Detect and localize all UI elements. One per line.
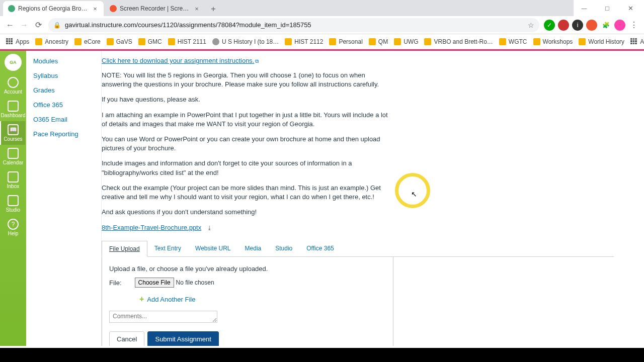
add-file-label: Add Another File [147,296,195,303]
submission-box: Upload a file, or choose a file you've a… [102,257,393,346]
tab-website-url[interactable]: Website URL [188,241,237,256]
no-file-text: No file chosen [176,279,214,286]
forward-button[interactable]: → [17,18,31,32]
bookmark-label: U S History I (to 18… [222,38,279,45]
submit-assignment-button[interactable]: Submit Assignment [147,331,218,346]
bookmark-item[interactable]: GMC [135,38,165,45]
course-nav-pace[interactable]: Pace Reporting [26,127,101,141]
download-instructions-link[interactable]: Click here to download your assignment i… [102,57,254,64]
instructions-paragraph: Check out the example (Your project can … [102,184,393,202]
bookmark-label: eCore [84,38,101,45]
window-minimize-button[interactable] [573,0,596,16]
back-button[interactable]: ← [3,18,17,32]
account-icon [8,77,19,88]
tab-close-icon[interactable]: × [193,5,200,12]
nav-studio[interactable]: Studio [1,192,25,216]
browser-tab-inactive[interactable]: Screen Recorder | Screencast-O × [105,1,205,16]
apps-grid-icon [630,38,637,45]
bookmark-item[interactable]: U S History I (to 18… [209,38,282,45]
bookmark-item[interactable]: HIST 2111 [165,38,209,45]
tab-close-icon[interactable]: × [92,5,99,12]
extension-icon[interactable] [558,20,569,31]
nav-calendar[interactable]: Calendar [1,145,25,168]
comments-textarea[interactable] [109,311,217,323]
bookmark-item[interactable]: Apps [627,38,644,45]
institution-logo[interactable]: GA [5,54,22,71]
bookmark-item[interactable]: QM [366,38,391,45]
window-maximize-button[interactable] [596,0,619,16]
bookmark-label: HIST 2111 [178,38,206,45]
bookmark-label: UWG [404,38,418,45]
bookmark-star-icon[interactable]: ☆ [528,21,534,29]
help-icon: ? [8,219,19,230]
bookmark-item[interactable]: Personal [326,38,365,45]
bookmark-item[interactable]: Ancestry [32,38,71,45]
bookmark-item[interactable]: GaVS [104,38,135,45]
assignment-content: Click here to download your assignment i… [102,51,644,346]
nav-account[interactable]: Account [1,74,25,98]
course-nav: Modules Syllabus Grades Office 365 O365 … [26,51,102,346]
extension-icon[interactable] [586,20,597,31]
global-nav: GA Account Dashboard 📖Courses Calendar I… [0,51,26,346]
bookmark-item[interactable]: WGTC [496,38,530,45]
tab-favicon-icon [110,5,117,12]
window-close-button[interactable] [619,0,642,16]
tab-media[interactable]: Media [238,241,269,256]
bookmark-item[interactable]: World History [576,38,627,45]
tab-file-upload[interactable]: File Upload [102,241,147,257]
profile-avatar[interactable] [614,20,625,31]
nav-inbox[interactable]: Inbox [1,168,25,192]
apps-grid-icon [6,38,13,45]
nav-dashboard[interactable]: Dashboard [1,98,25,121]
bookmark-label: HIST 2112 [294,38,323,45]
browser-tab-active[interactable]: Regions of Georgia Brochure As × [3,1,104,16]
external-link-icon: ⧉ [255,58,259,64]
address-bar-row: ← → ⟳ 🔒 gavirtual.instructure.com/course… [0,16,644,34]
bookmark-label: Workshops [543,38,573,45]
tab-favicon-icon [8,5,15,12]
extension-icon[interactable]: ✓ [544,20,555,31]
course-nav-grades[interactable]: Grades [26,83,101,98]
tab-studio[interactable]: Studio [268,241,299,256]
bookmark-item[interactable]: Workshops [530,38,576,45]
extensions-menu-icon[interactable]: 🧩 [600,20,611,31]
calendar-icon [8,148,19,159]
tab-text-entry[interactable]: Text Entry [147,241,188,256]
nav-help[interactable]: ?Help [1,216,25,239]
course-nav-o365email[interactable]: O365 Email [26,112,101,127]
add-another-file-link[interactable]: + Add Another File [139,295,386,304]
instructions-paragraph: And ask questions if you don't understan… [102,208,393,217]
bookmarks-bar: Apps Ancestry eCore GaVS GMC HIST 2111 U… [0,34,644,49]
inbox-icon [8,171,19,183]
reload-button[interactable]: ⟳ [31,18,45,32]
tab-title: Regions of Georgia Brochure As [18,5,89,12]
dashboard-icon [8,101,19,112]
address-bar[interactable]: 🔒 gavirtual.instructure.com/courses/1120… [48,18,539,32]
bookmark-item[interactable]: UWG [391,38,421,45]
bookmark-item[interactable]: HIST 2112 [282,38,326,45]
cursor-pointer-icon: ↖ [411,190,417,198]
url-text: gavirtual.instructure.com/courses/1120/a… [65,21,528,29]
studio-icon [8,195,19,206]
bookmark-item[interactable]: VRBO and Brett-Ro… [421,38,496,45]
bookmark-item[interactable]: eCore [71,38,104,45]
new-tab-button[interactable]: + [206,2,220,16]
course-nav-syllabus[interactable]: Syllabus [26,68,101,83]
extension-icon[interactable]: i [572,20,583,31]
tab-office365[interactable]: Office 365 [299,241,341,256]
apps-bookmark[interactable]: Apps [3,38,32,45]
choose-file-button[interactable]: Choose File [135,278,174,288]
plus-icon: + [139,295,144,304]
attachment-link[interactable]: 8th-Example-Travel-Brochure.pptx [102,224,201,231]
instructions-paragraph: Include images and information and don't… [102,159,393,177]
course-nav-office365[interactable]: Office 365 [26,98,101,112]
bookmark-label: GaVS [116,38,132,45]
course-nav-modules[interactable]: Modules [26,54,101,68]
courses-icon: 📖 [8,124,19,135]
cancel-button[interactable]: Cancel [109,331,144,346]
download-icon[interactable]: ⭳ [207,225,212,231]
browser-menu-button[interactable]: ⋮ [627,18,641,32]
instructions-paragraph: I am attaching an example in PowerPoint … [102,111,393,129]
instructions-paragraph: NOTE: You will list the 5 regions in Geo… [102,71,393,89]
nav-courses[interactable]: 📖Courses [0,121,25,145]
